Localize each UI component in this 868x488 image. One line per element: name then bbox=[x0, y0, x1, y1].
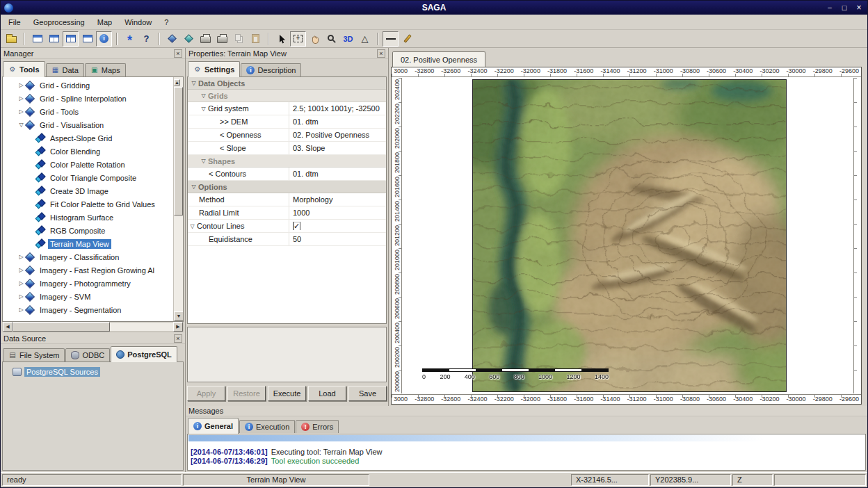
tree-item-tool-selected[interactable]: Terrain Map View bbox=[3, 237, 173, 250]
log-entry: [2014-06-07/13:46:29]Tool execution succ… bbox=[188, 457, 865, 466]
param-value[interactable]: 01. dtm bbox=[289, 117, 386, 126]
tree-item-library[interactable]: Imagery - Segmentation bbox=[3, 303, 173, 316]
log-area[interactable]: [2014-06-07/13:46:01]Executing tool: Ter… bbox=[187, 434, 866, 471]
scroll-thumb[interactable] bbox=[174, 87, 183, 215]
menu-file[interactable]: File bbox=[2, 16, 27, 29]
tree-vertical-scrollbar[interactable] bbox=[173, 77, 183, 321]
copy-button[interactable] bbox=[231, 31, 247, 47]
tab-description[interactable]: Description bbox=[241, 63, 301, 76]
show-maps-manager-button[interactable] bbox=[63, 31, 79, 47]
map-tab-positive-openness[interactable]: 02. Positive Openness bbox=[392, 51, 485, 67]
tree-item-library[interactable]: Imagery - Fast Region Growing Al bbox=[3, 263, 173, 277]
menu-help[interactable]: ? bbox=[158, 16, 175, 29]
tree-item-library[interactable]: Grid - Visualisation bbox=[3, 118, 173, 131]
param-value[interactable]: 50 bbox=[289, 235, 386, 243]
tab-postgresql[interactable]: PostgreSQL bbox=[111, 346, 177, 362]
execute-button[interactable]: Execute bbox=[268, 386, 306, 401]
section-options[interactable]: Options bbox=[188, 181, 386, 193]
menu-geoprocessing[interactable]: Geoprocessing bbox=[27, 16, 91, 29]
section-data-objects[interactable]: Data Objects bbox=[188, 77, 386, 90]
show-tools-manager-button[interactable] bbox=[29, 31, 45, 47]
tree-item-library[interactable]: Imagery - Classification bbox=[3, 250, 173, 263]
param-value[interactable]: 2.5; 1001x 1001y; -32500 bbox=[289, 104, 386, 113]
list-item-postgresql-sources[interactable]: PostgreSQL Sources bbox=[3, 366, 183, 378]
tab-errors[interactable]: Errors bbox=[296, 420, 339, 433]
terrain-raster[interactable] bbox=[473, 80, 786, 391]
tree-item-label: Imagery - Segmentation bbox=[38, 305, 123, 315]
menu-map[interactable]: Map bbox=[91, 16, 118, 29]
param-value[interactable]: 03. Slope bbox=[289, 144, 386, 152]
manager-close-icon[interactable] bbox=[174, 49, 182, 58]
tree-item-library[interactable]: Grid - Spline Interpolation bbox=[3, 92, 173, 105]
tree-item-tool[interactable]: Color Triangle Composite bbox=[3, 171, 173, 184]
tab-file-system[interactable]: File System bbox=[3, 348, 65, 361]
save-button[interactable]: Save bbox=[348, 386, 387, 401]
help-question-icon bbox=[144, 33, 150, 44]
tree-item-library[interactable]: Grid - Gridding bbox=[3, 79, 173, 92]
tab-settings[interactable]: Settings bbox=[188, 61, 240, 77]
window-title: SAGA bbox=[1, 3, 867, 13]
tab-odbc[interactable]: ODBC bbox=[65, 348, 110, 361]
object-info-button[interactable] bbox=[96, 31, 112, 47]
param-value[interactable]: 02. Positive Openness bbox=[289, 131, 386, 139]
pan-button[interactable] bbox=[307, 31, 323, 47]
tab-maps[interactable]: Maps bbox=[85, 63, 126, 76]
scroll-up-icon[interactable] bbox=[174, 79, 180, 86]
digitize-pen-button[interactable] bbox=[399, 31, 415, 47]
data-source-close-icon[interactable] bbox=[174, 334, 182, 343]
tree-item-library[interactable]: Imagery - Photogrammetry bbox=[3, 277, 173, 290]
param-value[interactable]: Morphology bbox=[289, 195, 386, 204]
print-preview-button[interactable] bbox=[214, 31, 230, 47]
subsection-shapes[interactable]: Shapes bbox=[188, 155, 386, 168]
load-button[interactable]: Load bbox=[308, 386, 346, 401]
paste-button[interactable] bbox=[248, 31, 264, 47]
zoom-extent-button[interactable] bbox=[323, 31, 339, 47]
data-source-caption: Data Source bbox=[1, 333, 185, 344]
properties-close-icon[interactable] bbox=[377, 49, 385, 58]
tree-item-tool[interactable]: Color Palette Rotation bbox=[3, 158, 173, 171]
minimize-button[interactable] bbox=[825, 3, 835, 13]
tree-item-library[interactable]: Grid - Tools bbox=[3, 105, 173, 118]
scroll-down-icon[interactable] bbox=[174, 311, 184, 321]
tree-item-tool[interactable]: Fit Color Palette to Grid Values bbox=[3, 197, 173, 211]
maximize-button[interactable] bbox=[839, 3, 849, 13]
tab-tools[interactable]: Tools bbox=[3, 61, 45, 77]
tab-execution[interactable]: Execution bbox=[239, 420, 295, 433]
tool-diamond-button[interactable] bbox=[164, 31, 180, 47]
scroll-thumb[interactable] bbox=[13, 322, 110, 332]
tree-item-tool[interactable]: RGB Composite bbox=[3, 224, 173, 237]
tree-item-tool[interactable]: Create 3D Image bbox=[3, 184, 173, 197]
polygon-select-button[interactable] bbox=[357, 31, 373, 47]
zoom-box-button[interactable] bbox=[290, 31, 306, 47]
new-tool-button[interactable] bbox=[122, 31, 138, 47]
show-properties-button[interactable] bbox=[79, 31, 95, 47]
tree-item-tool[interactable]: Histogram Surface bbox=[3, 211, 173, 224]
subsection-grids[interactable]: Grids bbox=[188, 90, 386, 102]
measure-line-button[interactable] bbox=[383, 31, 399, 47]
tab-data[interactable]: Data bbox=[46, 63, 84, 76]
tool-diamond-run-button[interactable] bbox=[181, 31, 197, 47]
tab-general[interactable]: General bbox=[188, 418, 239, 434]
tree-horizontal-scrollbar[interactable] bbox=[2, 322, 184, 332]
tree-item-tool[interactable]: Aspect-Slope Grid bbox=[3, 131, 173, 145]
view-3d-button[interactable]: 3D bbox=[340, 31, 356, 47]
pointer-button[interactable] bbox=[273, 31, 289, 47]
param-value[interactable]: 1000 bbox=[289, 209, 386, 217]
log-selection-bar bbox=[188, 435, 865, 441]
param-value[interactable]: 01. dtm bbox=[289, 170, 386, 178]
scroll-right-icon[interactable] bbox=[173, 322, 183, 332]
contour-lines-checkbox[interactable] bbox=[293, 222, 300, 230]
apply-button[interactable]: Apply bbox=[187, 386, 225, 401]
menu-window[interactable]: Window bbox=[118, 16, 158, 29]
map-canvas[interactable]: 0200400600800100012001400 bbox=[403, 78, 853, 393]
help-button[interactable] bbox=[138, 31, 154, 47]
tools-tree: Grid - Gridding Grid - Spline Interpolat… bbox=[2, 76, 184, 322]
restore-button[interactable]: Restore bbox=[227, 386, 266, 401]
show-data-manager-button[interactable] bbox=[46, 31, 62, 47]
open-button[interactable] bbox=[3, 31, 19, 47]
scroll-left-icon[interactable] bbox=[3, 322, 13, 332]
tree-item-library[interactable]: Imagery - SVM bbox=[3, 290, 173, 303]
tree-item-tool[interactable]: Color Blending bbox=[3, 145, 173, 158]
close-button[interactable] bbox=[854, 3, 864, 13]
print-button[interactable] bbox=[198, 31, 214, 47]
